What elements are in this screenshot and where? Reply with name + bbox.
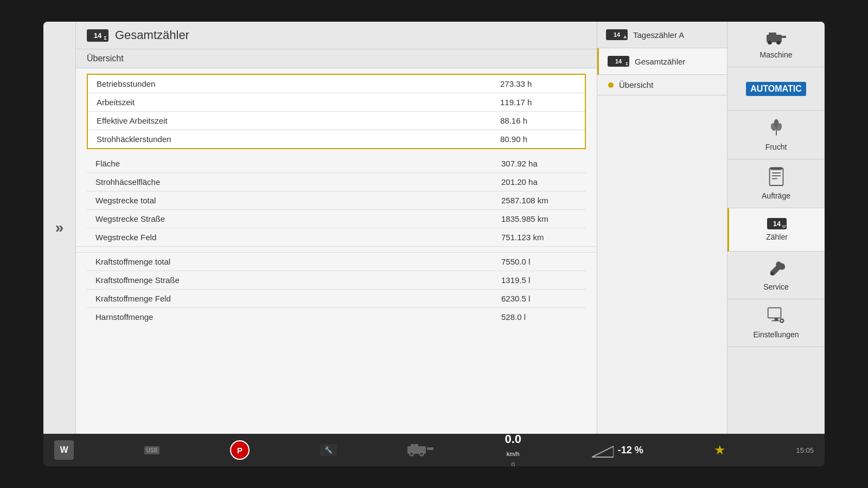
row-value: 751.123 km — [501, 233, 577, 242]
sidebar-item-maschine[interactable]: Maschine — [727, 22, 825, 67]
table-row: Wegstrecke Straße 1835.985 km — [87, 210, 586, 228]
row-label: Strohhäcselfläche — [95, 177, 501, 187]
right-sidebar: Maschine AUTOMATIC — [727, 22, 825, 434]
svg-point-2 — [768, 40, 772, 44]
frucht-icon — [767, 118, 786, 139]
einstellungen-label: Einstellungen — [753, 330, 799, 339]
row-value: 201.20 ha — [501, 177, 577, 187]
auftraege-icon — [768, 167, 785, 188]
table-row: Effektive Arbeitszeit 88.16 h — [88, 112, 585, 130]
w-badge-item: W — [54, 440, 74, 460]
page-header: 14 Σ Gesamtzähler — [76, 22, 597, 49]
svg-point-14 — [770, 272, 773, 275]
right-sub-panel: 14 A Tageszähler A 14 Σ Gesamtzähler Übe… — [597, 22, 727, 434]
usb-badge: USB — [144, 446, 160, 454]
wrench-icon: 🔧 — [320, 444, 337, 456]
row-value: 273.33 h — [500, 79, 576, 88]
sidebar-item-auftraege[interactable]: Aufträge — [727, 159, 825, 208]
left-panel[interactable]: » — [43, 22, 76, 434]
sub-nav-tageszaehler[interactable]: 14 A Tageszähler A — [597, 22, 727, 48]
center-content: 14 Σ Gesamtzähler Übersicht Betriebsstun… — [76, 22, 597, 434]
expand-icon[interactable]: » — [55, 219, 64, 236]
table-row: Fläche 307.92 ha — [87, 155, 586, 173]
machine-icon — [765, 29, 787, 47]
row-label: Wegstrecke total — [95, 196, 501, 205]
wrench-item: 🔧 — [320, 444, 337, 456]
svg-rect-21 — [411, 444, 418, 449]
row-label: Kraftstoffmenge Straße — [95, 275, 501, 285]
table-row: Strohhäcselfläche 201.20 ha — [87, 173, 586, 191]
table-row: Strohhäcklerstunden 80.90 h — [88, 130, 585, 148]
table-row: Wegstrecke Feld 751.123 km — [87, 228, 586, 246]
row-label: Strohhäcklerstunden — [97, 134, 500, 144]
row-label: Betriebsstunden — [97, 79, 500, 88]
row-label: Effektive Arbeitszeit — [97, 116, 500, 125]
flaeche-section: Fläche 307.92 ha Strohhäcselfläche 201.2… — [76, 155, 597, 246]
sub-nav-uebersicht[interactable]: Übersicht — [597, 75, 727, 95]
header-display — [407, 442, 435, 458]
sidebar-item-automatic[interactable]: AUTOMATIC — [727, 67, 825, 111]
header-badge: 14 Σ — [87, 29, 108, 42]
svg-point-22 — [410, 452, 414, 456]
row-value: 88.16 h — [500, 116, 576, 125]
screen: » 14 Σ Gesamtzähler Übersicht Betriebsst… — [43, 22, 825, 466]
highlighted-section: Betriebsstunden 273.33 h Arbeitszeit 119… — [76, 68, 597, 155]
svg-rect-9 — [769, 168, 783, 185]
parking-badge: P — [230, 440, 250, 460]
tageszaehler-badge: 14 A — [606, 29, 628, 40]
svg-rect-4 — [782, 36, 786, 38]
row-label: Wegstrecke Straße — [95, 214, 501, 223]
sub-nav-gesamtzaehler[interactable]: 14 Σ Gesamtzähler — [597, 48, 727, 75]
svg-point-19 — [781, 320, 782, 322]
row-value: 6230.5 l — [501, 294, 577, 303]
speed-sub: 0 — [512, 461, 515, 466]
row-value: 2587.108 km — [501, 196, 577, 205]
svg-rect-24 — [427, 447, 433, 450]
sidebar-item-zaehler[interactable]: 14 U Zähler — [727, 208, 825, 252]
einstellungen-icon — [767, 307, 786, 327]
auftraege-label: Aufträge — [762, 191, 790, 200]
parking-item: P — [230, 440, 250, 460]
highlighted-box: Betriebsstunden 273.33 h Arbeitszeit 119… — [87, 74, 586, 149]
table-row: Kraftstoffmenge total 7550.0 l — [87, 253, 586, 271]
table-row: Betriebsstunden 273.33 h — [88, 75, 585, 93]
row-label: Kraftstoffmenge total — [95, 257, 501, 266]
svg-point-23 — [419, 452, 424, 456]
speed-value: 0.0 — [505, 432, 521, 446]
gesamtzaehler-label: Gesamtzähler — [635, 57, 685, 66]
main-area: » 14 Σ Gesamtzähler Übersicht Betriebsst… — [43, 22, 825, 434]
row-value: 119.17 h — [500, 98, 576, 107]
slope-icon — [592, 442, 614, 458]
row-label: Harnstoffmenge — [95, 312, 501, 322]
service-label: Service — [763, 282, 789, 291]
status-bar: W USB P 🔧 0.0 km/h 0 — [43, 434, 825, 466]
table-row: Harnstoffmenge 528.0 l — [87, 308, 586, 326]
zaehler-label: Zähler — [766, 233, 788, 241]
maschine-label: Maschine — [760, 50, 793, 59]
row-label: Fläche — [95, 159, 501, 168]
row-value: 528.0 l — [501, 312, 577, 322]
row-value: 1835.985 km — [501, 214, 577, 223]
sidebar-item-einstellungen[interactable]: Einstellungen — [727, 299, 825, 347]
tageszaehler-label: Tageszähler A — [633, 30, 684, 40]
gesamtzaehler-badge: 14 Σ — [608, 56, 629, 67]
row-value: 80.90 h — [500, 134, 576, 144]
sidebar-item-service[interactable]: Service — [727, 252, 825, 299]
uebersicht-label: Übersicht — [619, 80, 653, 89]
table-row: Wegstrecke total 2587.108 km — [87, 191, 586, 210]
svg-rect-15 — [768, 308, 781, 318]
automatic-icon: AUTOMATIC — [746, 82, 806, 96]
star-item[interactable]: ★ — [714, 442, 726, 458]
sidebar-item-frucht[interactable]: Frucht — [727, 111, 825, 159]
row-value: 7550.0 l — [501, 257, 577, 266]
row-label: Arbeitszeit — [97, 98, 500, 107]
star-icon[interactable]: ★ — [714, 442, 726, 458]
svg-point-3 — [776, 40, 781, 44]
row-label: Kraftstoffmenge Feld — [95, 294, 501, 303]
active-bullet — [608, 82, 614, 88]
time-display: 15:05 — [796, 446, 814, 454]
svg-rect-13 — [770, 167, 782, 170]
row-label: Wegstrecke Feld — [95, 233, 501, 242]
slope-value: -12 % — [618, 445, 643, 456]
usb-item: USB — [144, 446, 160, 454]
